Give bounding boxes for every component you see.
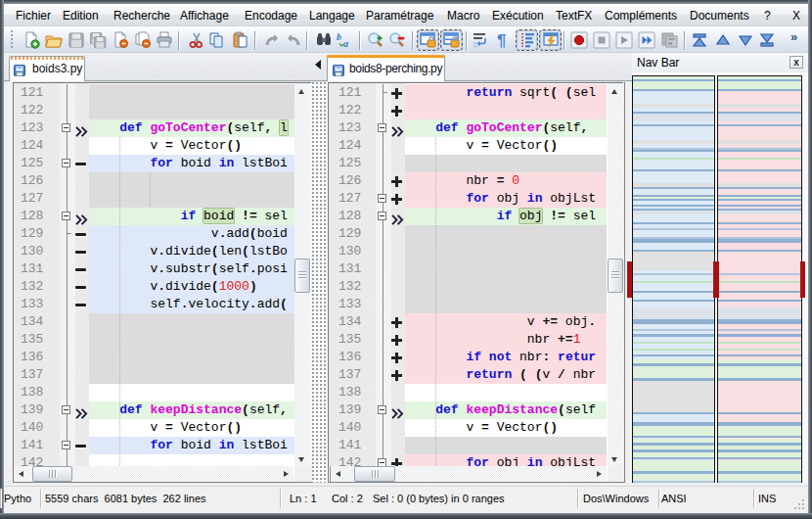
svg-text:b: b <box>337 31 341 42</box>
svg-text:¶: ¶ <box>497 31 506 49</box>
svg-text:a: a <box>343 38 348 49</box>
